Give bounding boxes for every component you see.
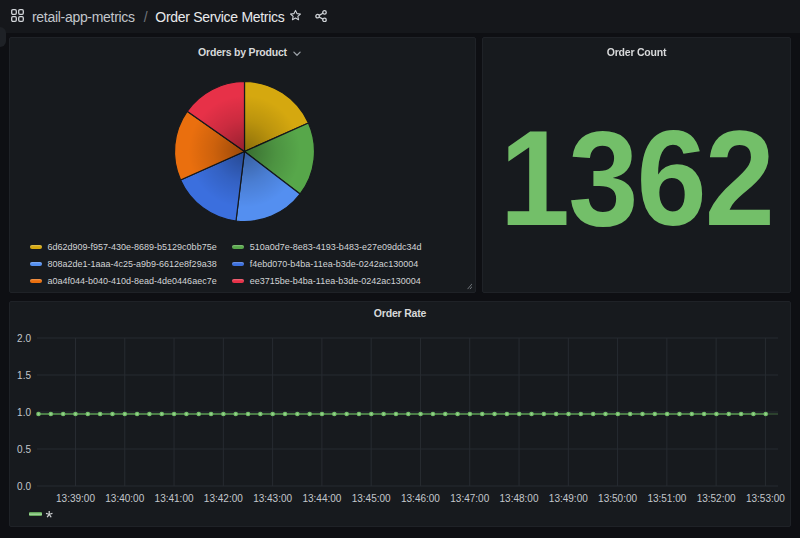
x-axis-label: 13:48:00 [500,493,539,504]
series-point-highlight [617,413,619,415]
series-point-highlight [592,413,594,415]
panel-order-count: Order Count 1362 [482,37,791,293]
pie-legend-swatch [232,262,244,266]
pie-legend-series-label: 510a0d7e-8e83-4193-b483-e27e09ddc34d [250,242,422,252]
series-point-highlight [222,413,224,415]
series-point-highlight [272,413,274,415]
series-point-highlight [74,413,76,415]
x-axis-label: 13:45:00 [352,493,391,504]
x-axis-label: 13:43:00 [253,493,292,504]
order-rate-chart[interactable]: 0.00.51.01.52.013:39:0013:40:0013:41:001… [10,302,792,528]
pie-legend-swatch [232,245,244,249]
series-point-highlight [531,413,533,415]
series-point-highlight [568,413,570,415]
series-point-highlight [383,413,385,415]
breadcrumb-folder[interactable]: retail-app-metrics [32,9,135,25]
series-point-highlight [395,413,397,415]
stat-value: 1362 [493,65,780,291]
series-point-highlight [50,413,52,415]
pie-legend-swatch [30,279,42,283]
series-point-highlight [321,413,323,415]
y-axis-label: 0.5 [17,444,31,455]
series-point-highlight [198,413,200,415]
pie-legend-swatch [232,279,244,283]
series-point-highlight [432,413,434,415]
y-axis-label: 1.5 [17,370,31,381]
series-point-highlight [494,413,496,415]
pie-legend-item[interactable]: 808a2de1-1aaa-4c25-a9b9-6612e8f29a38 [30,255,217,272]
series-point-highlight [715,413,717,415]
series-point-highlight [469,413,471,415]
series-point-highlight [87,413,89,415]
series-point-highlight [420,413,422,415]
series-point-highlight [185,413,187,415]
series-point-highlight [346,413,348,415]
series-point-highlight [124,413,126,415]
graph-legend-swatch[interactable] [29,512,42,517]
pie-legend-item[interactable]: ee3715be-b4ba-11ea-b3de-0242ac130004 [232,272,421,289]
series-point-highlight [543,413,545,415]
sidebar-edge-bump [0,27,6,47]
series-point-highlight [481,413,483,415]
breadcrumb-separator: / [135,9,156,25]
x-axis-label: 13:53:00 [746,493,785,504]
series-point-highlight [247,413,249,415]
series-point-highlight [99,413,101,415]
series-point-highlight [309,413,311,415]
series-point-highlight [407,413,409,415]
graph-legend: * [29,512,42,517]
pie-legend-series-label: 6d62d909-f957-430e-8689-b5129c0bb75e [48,242,217,252]
series-point-highlight [457,413,459,415]
share-icon[interactable] [315,10,327,22]
y-axis-label: 1.0 [17,407,31,418]
top-navbar: retail-app-metrics / Order Service Metri… [0,0,800,33]
series-point-highlight [111,413,113,415]
pie-legend-series-label: f4ebd070-b4ba-11ea-b3de-0242ac130004 [250,259,418,269]
series-point-highlight [210,413,212,415]
panel-resize-handle[interactable] [467,283,473,290]
pie-legend-item[interactable]: a0a4f044-b040-410d-8ead-4de0446aec7e [30,272,217,289]
x-axis-label: 13:50:00 [598,493,637,504]
series-point-highlight [358,413,360,415]
series-point-highlight [703,413,705,415]
graph-legend-label[interactable]: * [45,507,52,529]
series-point-highlight [580,413,582,415]
series-point-highlight [38,413,40,415]
series-point-highlight [752,413,754,415]
pie-legend-item[interactable]: 6d62d909-f957-430e-8689-b5129c0bb75e [30,238,217,255]
pie-legend-item[interactable]: 510a0d7e-8e83-4193-b483-e27e09ddc34d [232,238,422,255]
series-point-highlight [136,413,138,415]
pie-legend-series-label: a0a4f044-b040-410d-8ead-4de0446aec7e [48,276,217,286]
star-icon[interactable] [289,9,302,22]
series-point-highlight [161,413,163,415]
series-point-highlight [259,413,261,415]
x-axis-label: 13:47:00 [450,493,489,504]
apps-grid-icon[interactable] [11,9,24,22]
series-point-highlight [740,413,742,415]
stat-panel-title: Order Count [607,46,667,58]
y-axis-label: 2.0 [17,333,31,344]
x-axis-label: 13:39:00 [56,493,95,504]
x-axis-label: 13:52:00 [697,493,736,504]
pie-chart[interactable] [10,38,477,238]
x-axis-label: 13:51:00 [647,493,686,504]
panel-orders-by-product: Orders by Product 6d62d909-f957-430e-868… [9,37,476,293]
series-point-highlight [765,413,767,415]
stat-panel-header[interactable]: Order Count [483,38,790,66]
series-point-highlight [629,413,631,415]
series-point-highlight [148,413,150,415]
series-point-highlight [728,413,730,415]
x-axis-label: 13:49:00 [549,493,588,504]
series-point-highlight [678,413,680,415]
x-axis-label: 13:41:00 [155,493,194,504]
series-point-highlight [173,413,175,415]
pie-legend-item[interactable]: f4ebd070-b4ba-11ea-b3de-0242ac130004 [232,255,418,272]
series-point-highlight [370,413,372,415]
series-point-highlight [296,413,298,415]
series-point-highlight [284,413,286,415]
x-axis-label: 13:44:00 [302,493,341,504]
series-point-highlight [691,413,693,415]
y-axis-label: 0.0 [17,481,31,492]
series-point-highlight [666,413,668,415]
x-axis-label: 13:46:00 [401,493,440,504]
